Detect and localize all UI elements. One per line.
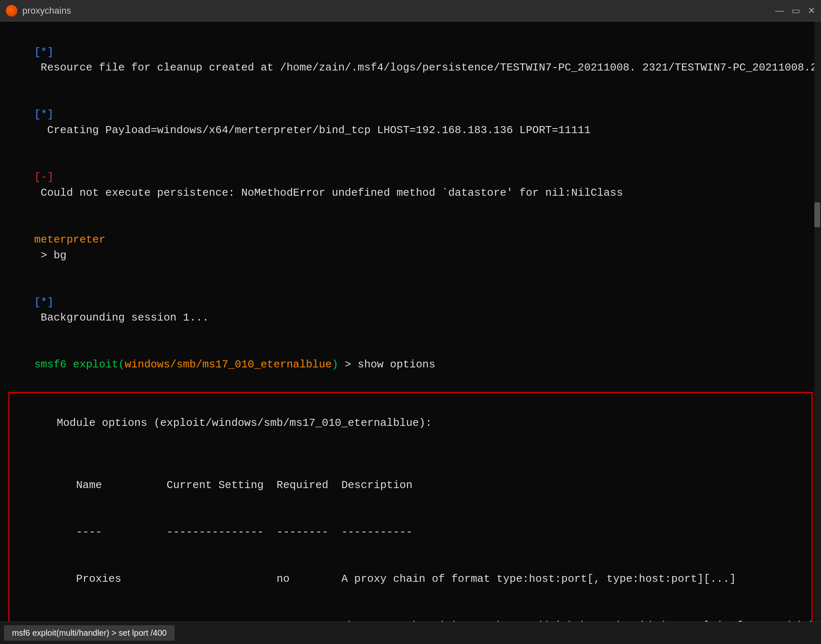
window-title: proxychains (22, 5, 770, 16)
module-row-proxies: Proxies no A proxy chain of format type:… (18, 556, 803, 603)
module-table-headers: Name Current Setting Required Descriptio… (18, 462, 803, 509)
minimize-button[interactable]: — (775, 5, 784, 16)
spacer1 (18, 447, 803, 462)
app-icon (6, 5, 17, 17)
log-line-6: smsf6 exploit(windows/smb/ms17_010_etern… (8, 342, 813, 389)
maximize-button[interactable]: ▭ (792, 5, 800, 16)
log-line-2: [*] Creating Payload=windows/x64/merterp… (8, 92, 813, 154)
scrollbar-thumb[interactable] (814, 202, 820, 227)
tabbar: msf6 exploit(multi/handler) > set lport … (0, 622, 821, 644)
close-button[interactable]: ✕ (808, 5, 815, 16)
tab-handler[interactable]: msf6 exploit(multi/handler) > set lport … (4, 625, 175, 641)
window-controls[interactable]: — ▭ ✕ (775, 5, 815, 16)
log-line-5: [*] Backgrounding session 1... (8, 279, 813, 342)
log-line-1: [*] Resource file for cleanup created at… (8, 29, 813, 92)
options-box: Module options (exploit/windows/smb/ms17… (8, 392, 813, 622)
terminal-area: [*] Resource file for cleanup created at… (0, 22, 821, 622)
titlebar: proxychains — ▭ ✕ (0, 0, 821, 22)
scrollbar[interactable] (814, 22, 821, 622)
module-row-rhosts: RHOSTS 192.168.183.136 yes The target ho… (18, 603, 803, 622)
log-line-3: [-] Could not execute persistence: NoMet… (8, 154, 813, 217)
module-table-sep: ---- --------------- -------- ----------… (18, 509, 803, 556)
log-line-4: meterpreter > bg (8, 216, 813, 279)
module-options-header: Module options (exploit/windows/smb/ms17… (18, 400, 803, 447)
